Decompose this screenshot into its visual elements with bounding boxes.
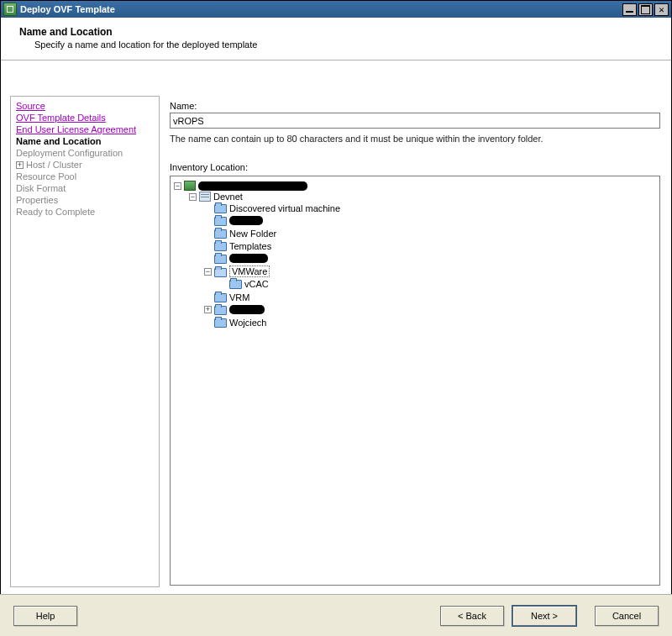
vcenter-icon xyxy=(184,181,196,191)
close-button[interactable] xyxy=(654,3,669,16)
tree-label: Discovered virtual machine xyxy=(229,203,340,213)
spacer xyxy=(219,280,227,287)
expand-icon[interactable]: + xyxy=(204,306,212,313)
minimize-button[interactable] xyxy=(622,3,637,16)
tree-label: Devnet xyxy=(213,192,243,202)
plus-icon[interactable]: + xyxy=(16,161,24,169)
tree-item[interactable]: New Folder xyxy=(204,228,658,239)
inventory-label: Inventory Location: xyxy=(170,162,660,172)
step-deployment-config: Deployment Configuration xyxy=(13,147,157,159)
window-title: Deploy OVF Template xyxy=(20,4,621,14)
folder-icon xyxy=(214,204,227,213)
step-resource-pool: Resource Pool xyxy=(13,171,157,182)
spacer xyxy=(204,318,212,326)
collapse-icon[interactable]: − xyxy=(204,268,212,276)
step-ready: Ready to Complete xyxy=(13,206,157,218)
tree-item[interactable]: Discovered virtual machine xyxy=(204,202,658,213)
tree-datacenter[interactable]: − Devnet xyxy=(189,192,658,202)
folder-icon xyxy=(214,318,227,328)
inventory-tree[interactable]: − − Devnet Discovered virtual machineNew… xyxy=(170,176,660,586)
step-source[interactable]: Source xyxy=(13,100,157,112)
folder-icon xyxy=(214,217,227,226)
tree-item[interactable]: −VMWare xyxy=(204,265,658,277)
tree-root[interactable]: − xyxy=(174,181,658,191)
wizard-header: Name and Location Specify a name and loc… xyxy=(1,18,671,60)
tree-item[interactable] xyxy=(204,215,658,226)
main-panel: Name: The name can contain up to 80 char… xyxy=(160,96,662,587)
wizard-footer: Help < Back Next > Cancel xyxy=(0,594,672,636)
spacer xyxy=(204,242,212,250)
tree-label: VMWare xyxy=(229,265,270,277)
titlebar: Deploy OVF Template xyxy=(1,1,671,18)
redacted-text xyxy=(229,216,263,225)
folder-icon xyxy=(214,268,227,277)
tree-label: New Folder xyxy=(229,229,276,239)
step-disk-format: Disk Format xyxy=(13,182,157,194)
tree-item[interactable]: + xyxy=(204,304,658,315)
folder-icon xyxy=(214,306,227,315)
collapse-icon[interactable]: − xyxy=(174,182,181,190)
tree-item[interactable] xyxy=(204,253,658,264)
tree-label: Wojciech xyxy=(229,318,266,328)
next-button[interactable]: Next > xyxy=(512,606,576,626)
tree-item[interactable]: vCAC xyxy=(219,278,658,289)
datacenter-icon xyxy=(199,192,211,202)
page-subtitle: Specify a name and location for the depl… xyxy=(34,39,659,50)
name-hint: The name can contain up to 80 characters… xyxy=(170,134,660,144)
folder-icon xyxy=(214,255,227,264)
cancel-button[interactable]: Cancel xyxy=(595,606,659,626)
spacer xyxy=(204,229,212,237)
spacer xyxy=(204,217,212,224)
step-eula[interactable]: End User License Agreement xyxy=(13,124,157,135)
spacer xyxy=(204,293,212,301)
name-input[interactable] xyxy=(170,113,660,129)
step-ovf-details[interactable]: OVF Template Details xyxy=(13,112,157,124)
help-button[interactable]: Help xyxy=(13,606,77,626)
tree-label: vCAC xyxy=(244,279,269,289)
folder-icon xyxy=(214,229,227,239)
step-host-cluster: + Host / Cluster xyxy=(13,159,157,171)
folder-icon xyxy=(214,293,227,302)
tree-item[interactable]: Templates xyxy=(204,240,658,251)
redacted-text xyxy=(229,305,265,314)
folder-icon xyxy=(229,280,242,289)
tree-item[interactable]: Wojciech xyxy=(204,317,658,328)
redacted-text xyxy=(229,254,268,263)
collapse-icon[interactable]: − xyxy=(189,193,197,201)
spacer xyxy=(204,255,212,262)
app-icon xyxy=(3,3,17,16)
name-label: Name: xyxy=(170,101,660,111)
step-name-location: Name and Location xyxy=(13,135,157,147)
tree-label: Templates xyxy=(229,241,271,251)
spacer xyxy=(204,204,212,212)
tree-item[interactable]: VRM xyxy=(204,292,658,302)
wizard-steps-sidebar: Source OVF Template Details End User Lic… xyxy=(10,96,160,587)
redacted-text xyxy=(198,181,307,191)
page-title: Name and Location xyxy=(19,26,659,38)
back-button[interactable]: < Back xyxy=(440,606,504,626)
step-properties: Properties xyxy=(13,194,157,206)
maximize-button[interactable] xyxy=(638,3,653,16)
tree-label: VRM xyxy=(229,292,249,302)
folder-icon xyxy=(214,242,227,251)
